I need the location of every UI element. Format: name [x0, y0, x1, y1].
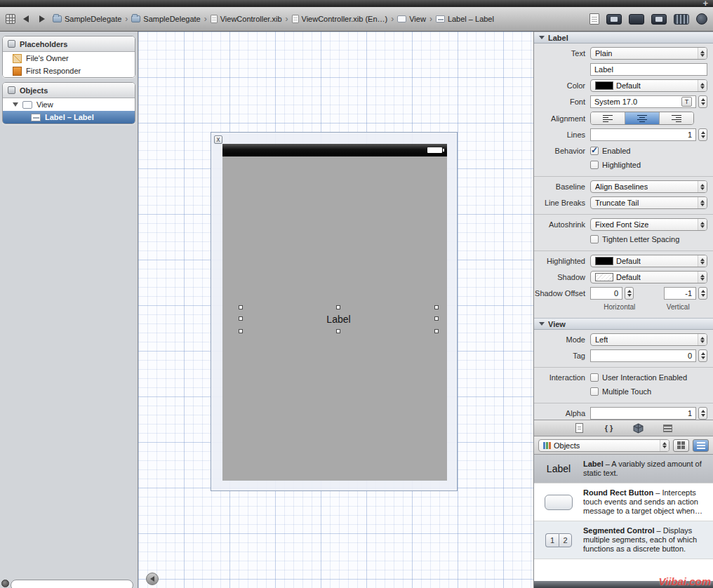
checkbox-label: Highlighted [602, 161, 641, 169]
resize-handle-top-center[interactable] [336, 305, 340, 309]
color-well[interactable] [595, 273, 613, 281]
sidebar-item-label[interactable]: Label – Label [3, 111, 135, 123]
multiple-touch-checkbox[interactable]: Multiple Touch [590, 387, 651, 396]
iphone-view-frame[interactable]: x Label [211, 132, 458, 491]
library-item-round-rect-button[interactable]: Round Rect Button – Intercepts touch eve… [534, 483, 713, 521]
assistant-editor-icon[interactable] [629, 14, 644, 25]
highlighted-checkbox[interactable]: Highlighted [590, 161, 641, 169]
shadow-offset-vertical-field[interactable]: -1 [664, 287, 696, 300]
close-icon[interactable]: x [214, 135, 222, 144]
resize-handle-bottom-right[interactable] [434, 329, 439, 333]
organizer-icon[interactable] [696, 13, 707, 25]
placeholders-header[interactable]: Placeholders [3, 36, 135, 52]
resize-handle-bottom-center[interactable] [336, 329, 340, 333]
breadcrumb-item-file[interactable]: ViewController.xib [211, 15, 282, 23]
file-icon [292, 15, 299, 23]
align-center-segment[interactable] [625, 112, 660, 124]
fullscreen-icon[interactable]: + [702, 0, 708, 8]
alpha-field[interactable]: 1 [590, 407, 696, 420]
list-view-icon[interactable] [693, 439, 709, 452]
highlighted-label: Highlighted [534, 257, 590, 265]
canvas-label[interactable]: Label [241, 307, 436, 332]
sidebar-item-first-responder[interactable]: First Responder [3, 65, 135, 77]
color-well[interactable] [595, 81, 613, 90]
lines-stepper[interactable] [698, 128, 707, 141]
resize-handle-bottom-left[interactable] [239, 329, 243, 333]
align-right-segment[interactable] [660, 112, 693, 124]
autoshrink-popup[interactable]: Fixed Font Size [590, 218, 707, 231]
resize-handle-mid-right[interactable] [434, 316, 439, 321]
highlighted-color-popup[interactable]: Default [590, 255, 707, 267]
color-well[interactable] [595, 257, 613, 265]
breadcrumb-item-localization[interactable]: ViewController.xib (En…) [292, 15, 388, 23]
breadcrumb-item-project[interactable]: SampleDelegate [53, 15, 121, 23]
object-library-icon[interactable] [632, 422, 645, 434]
tag-stepper[interactable] [698, 349, 707, 362]
shadow-v-stepper[interactable] [698, 287, 707, 300]
back-icon[interactable] [20, 13, 32, 25]
shadow-h-stepper[interactable] [625, 287, 634, 300]
breadcrumb-item-label[interactable]: Label – Label [436, 15, 494, 23]
code-snippet-library-icon[interactable]: { } [603, 422, 615, 434]
outline-toggle-button[interactable] [146, 573, 159, 585]
library-selector-popup[interactable]: Objects [538, 439, 669, 452]
window-titlebar[interactable]: + [0, 0, 713, 7]
resize-handle-top-right[interactable] [434, 305, 439, 309]
media-library-icon[interactable] [662, 422, 674, 434]
related-files-icon[interactable] [589, 13, 599, 25]
enabled-checkbox[interactable]: ✓ Enabled [590, 147, 630, 155]
view-background[interactable]: Label [222, 156, 447, 481]
forward-icon[interactable] [36, 13, 48, 25]
font-field[interactable]: System 17.0 T [590, 95, 696, 108]
mode-popup[interactable]: Left [590, 333, 707, 346]
filter-field[interactable] [11, 580, 133, 588]
checkbox-icon[interactable] [590, 387, 599, 396]
label-section-header[interactable]: Label [534, 32, 713, 44]
standard-editor-icon[interactable] [606, 14, 622, 25]
shadow-offset-horizontal-field[interactable]: 0 [590, 287, 622, 300]
tag-label: Tag [534, 352, 590, 360]
text-color-popup[interactable]: Default [590, 79, 707, 92]
baseline-popup[interactable]: Align Baselines [590, 180, 707, 193]
shadow-color-popup[interactable]: Default [590, 271, 707, 283]
text-type-popup[interactable]: Plain [590, 47, 707, 60]
disclosure-triangle-icon[interactable] [13, 102, 18, 107]
lines-field[interactable]: 1 [590, 128, 696, 141]
breadcrumb-item-group[interactable]: SampleDelegate [131, 15, 200, 23]
user-interaction-checkbox[interactable]: User Interaction Enabled [590, 373, 687, 382]
line-breaks-popup[interactable]: Truncate Tail [590, 196, 707, 209]
checkbox-icon[interactable] [590, 161, 599, 169]
version-editor-icon[interactable] [651, 14, 667, 25]
resize-handle-top-left[interactable] [239, 305, 243, 309]
tag-field[interactable]: 0 [590, 349, 696, 362]
file-template-library-icon[interactable] [573, 422, 586, 434]
editor-canvas[interactable]: x Label [138, 32, 533, 588]
utilities-panel-icon[interactable] [674, 14, 689, 25]
baseline-label: Baseline [534, 182, 590, 191]
align-left-segment[interactable] [591, 112, 625, 124]
checkbox-checked-icon[interactable]: ✓ [590, 147, 599, 155]
resize-handle-mid-left[interactable] [239, 316, 243, 321]
objects-header[interactable]: Objects [3, 83, 135, 98]
library-item-label[interactable]: Label Label – A variably sized amount of… [534, 455, 713, 483]
checkbox-icon[interactable] [590, 373, 599, 382]
view-section-header[interactable]: View [534, 318, 713, 330]
library-item-segmented-control[interactable]: 1 2 Segmented Control – Displays multipl… [534, 521, 713, 559]
sidebar-item-view[interactable]: View [3, 98, 135, 111]
disclosure-triangle-icon[interactable] [539, 322, 545, 326]
popup-arrows-icon [698, 48, 707, 59]
font-picker-icon[interactable]: T [681, 97, 692, 107]
alpha-stepper[interactable] [698, 407, 707, 420]
related-items-icon[interactable] [6, 14, 15, 24]
tighten-letter-spacing-checkbox[interactable]: Tighten Letter Spacing [590, 235, 679, 243]
outline-corner-icon[interactable] [1, 580, 9, 587]
grid-view-icon[interactable] [673, 439, 689, 452]
folder-icon [53, 15, 62, 22]
label-text-field[interactable]: Label [590, 63, 707, 76]
breadcrumb-item-view[interactable]: View [397, 15, 426, 23]
sidebar-item-files-owner[interactable]: File's Owner [3, 52, 135, 65]
font-size-stepper[interactable] [698, 95, 707, 108]
checkbox-icon[interactable] [590, 235, 599, 243]
button-preview [538, 495, 579, 510]
disclosure-triangle-icon[interactable] [539, 36, 545, 39]
